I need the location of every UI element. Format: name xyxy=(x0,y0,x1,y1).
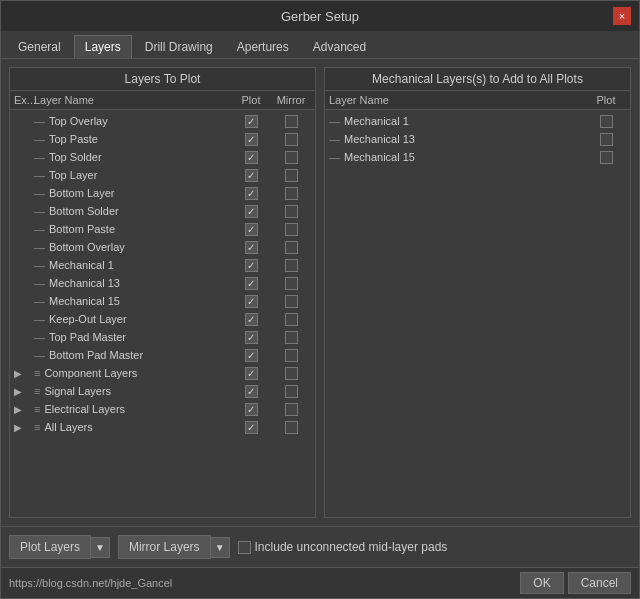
plot-checkbox[interactable] xyxy=(231,223,271,236)
mechanical-layers-panel: Mechanical Layers(s) to Add to All Plots… xyxy=(324,67,631,518)
plot-checkbox[interactable] xyxy=(231,169,271,182)
expand-icon[interactable]: ▶ xyxy=(14,368,34,379)
expand-icon[interactable]: ▶ xyxy=(14,386,34,397)
mirror-checkbox[interactable] xyxy=(271,205,311,218)
mirror-checkbox[interactable] xyxy=(271,403,311,416)
mirror-checkbox[interactable] xyxy=(271,421,311,434)
table-row: —Mechanical 1 xyxy=(10,256,315,274)
right-table-body: —Mechanical 1 —Mechanical 13 —Mechanical… xyxy=(325,110,630,517)
col-plot: Plot xyxy=(231,94,271,106)
layer-name-cell: —Mechanical 15 xyxy=(329,151,586,163)
mirror-checkbox[interactable] xyxy=(271,331,311,344)
plot-checkbox[interactable] xyxy=(231,349,271,362)
table-row: ▶ ≡Component Layers xyxy=(10,364,315,382)
layer-name-cell: —Top Solder xyxy=(34,151,231,163)
footer: Plot Layers ▼ Mirror Layers ▼ Include un… xyxy=(1,526,639,567)
mirror-layers-group: Mirror Layers ▼ xyxy=(118,535,230,559)
layer-name-cell: —Mechanical 13 xyxy=(329,133,586,145)
mirror-checkbox[interactable] xyxy=(271,241,311,254)
mirror-layers-button[interactable]: Mirror Layers xyxy=(118,535,211,559)
plot-checkbox[interactable] xyxy=(231,187,271,200)
table-row: —Bottom Pad Master xyxy=(10,346,315,364)
expand-icon[interactable]: ▶ xyxy=(14,422,34,433)
mirror-checkbox[interactable] xyxy=(271,187,311,200)
left-panel-header: Layers To Plot xyxy=(10,68,315,91)
table-row: ▶ ≡Electrical Layers xyxy=(10,400,315,418)
plot-checkbox[interactable] xyxy=(231,241,271,254)
plot-layers-button[interactable]: Plot Layers xyxy=(9,535,91,559)
mirror-checkbox[interactable] xyxy=(271,313,311,326)
table-row: —Top Paste xyxy=(10,130,315,148)
plot-checkbox[interactable] xyxy=(231,313,271,326)
plot-checkbox[interactable] xyxy=(231,115,271,128)
layer-name-cell: —Mechanical 15 xyxy=(34,295,231,307)
mirror-checkbox[interactable] xyxy=(271,151,311,164)
plot-checkbox[interactable] xyxy=(586,115,626,128)
expand-icon[interactable]: ▶ xyxy=(14,404,34,415)
mirror-checkbox[interactable] xyxy=(271,169,311,182)
plot-checkbox[interactable] xyxy=(231,277,271,290)
table-row: —Mechanical 1 xyxy=(325,112,630,130)
layer-name-cell: —Bottom Overlay xyxy=(34,241,231,253)
table-row: —Bottom Paste xyxy=(10,220,315,238)
table-row: —Keep-Out Layer xyxy=(10,310,315,328)
plot-checkbox[interactable] xyxy=(586,133,626,146)
col-layer-name: Layer Name xyxy=(34,94,231,106)
mirror-checkbox[interactable] xyxy=(271,223,311,236)
plot-checkbox[interactable] xyxy=(231,295,271,308)
layer-name-cell: —Mechanical 1 xyxy=(34,259,231,271)
plot-checkbox[interactable] xyxy=(231,205,271,218)
ok-button[interactable]: OK xyxy=(520,572,563,594)
dialog-title: Gerber Setup xyxy=(27,9,613,24)
table-row: —Mechanical 15 xyxy=(325,148,630,166)
right-panel-header: Mechanical Layers(s) to Add to All Plots xyxy=(325,68,630,91)
plot-checkbox[interactable] xyxy=(231,385,271,398)
plot-checkbox[interactable] xyxy=(231,331,271,344)
include-checkbox[interactable] xyxy=(238,541,251,554)
mirror-checkbox[interactable] xyxy=(271,133,311,146)
table-row: —Mechanical 15 xyxy=(10,292,315,310)
table-row: —Top Solder xyxy=(10,148,315,166)
mirror-checkbox[interactable] xyxy=(271,277,311,290)
tab-layers[interactable]: Layers xyxy=(74,35,132,58)
layer-name-cell: —Mechanical 1 xyxy=(329,115,586,127)
layer-name-cell: —Bottom Pad Master xyxy=(34,349,231,361)
tab-drill-drawing[interactable]: Drill Drawing xyxy=(134,35,224,58)
layer-name-cell: —Bottom Layer xyxy=(34,187,231,199)
close-button[interactable]: × xyxy=(613,7,631,25)
mirror-checkbox[interactable] xyxy=(271,115,311,128)
plot-checkbox[interactable] xyxy=(231,403,271,416)
tab-advanced[interactable]: Advanced xyxy=(302,35,377,58)
url-text: https://blog.csdn.net/hjde_Gancel xyxy=(9,577,172,589)
mirror-layers-dropdown[interactable]: ▼ xyxy=(211,537,230,558)
mirror-checkbox[interactable] xyxy=(271,385,311,398)
tab-general[interactable]: General xyxy=(7,35,72,58)
mirror-checkbox[interactable] xyxy=(271,259,311,272)
table-row: —Bottom Overlay xyxy=(10,238,315,256)
mirror-checkbox[interactable] xyxy=(271,349,311,362)
col-layer-name-right: Layer Name xyxy=(329,94,586,106)
plot-checkbox[interactable] xyxy=(231,259,271,272)
plot-checkbox[interactable] xyxy=(231,133,271,146)
col-mirror: Mirror xyxy=(271,94,311,106)
left-table-body: —Top Overlay —Top Paste —Top Solder xyxy=(10,110,315,517)
plot-layers-dropdown[interactable]: ▼ xyxy=(91,537,110,558)
table-row: —Bottom Layer xyxy=(10,184,315,202)
layer-name-cell: —Keep-Out Layer xyxy=(34,313,231,325)
gerber-setup-dialog: Gerber Setup × General Layers Drill Draw… xyxy=(0,0,640,599)
layer-name-cell: ≡Signal Layers xyxy=(34,385,231,397)
plot-checkbox[interactable] xyxy=(231,367,271,380)
plot-checkbox[interactable] xyxy=(231,421,271,434)
plot-checkbox[interactable] xyxy=(231,151,271,164)
mirror-checkbox[interactable] xyxy=(271,367,311,380)
plot-layers-group: Plot Layers ▼ xyxy=(9,535,110,559)
include-unconnected-check[interactable]: Include unconnected mid-layer pads xyxy=(238,540,448,554)
mirror-checkbox[interactable] xyxy=(271,295,311,308)
col-ex: Ex... xyxy=(14,94,34,106)
right-table-header: Layer Name Plot xyxy=(325,91,630,110)
tab-apertures[interactable]: Apertures xyxy=(226,35,300,58)
plot-checkbox[interactable] xyxy=(586,151,626,164)
tab-bar: General Layers Drill Drawing Apertures A… xyxy=(1,31,639,59)
layer-name-cell: —Top Layer xyxy=(34,169,231,181)
cancel-button[interactable]: Cancel xyxy=(568,572,631,594)
